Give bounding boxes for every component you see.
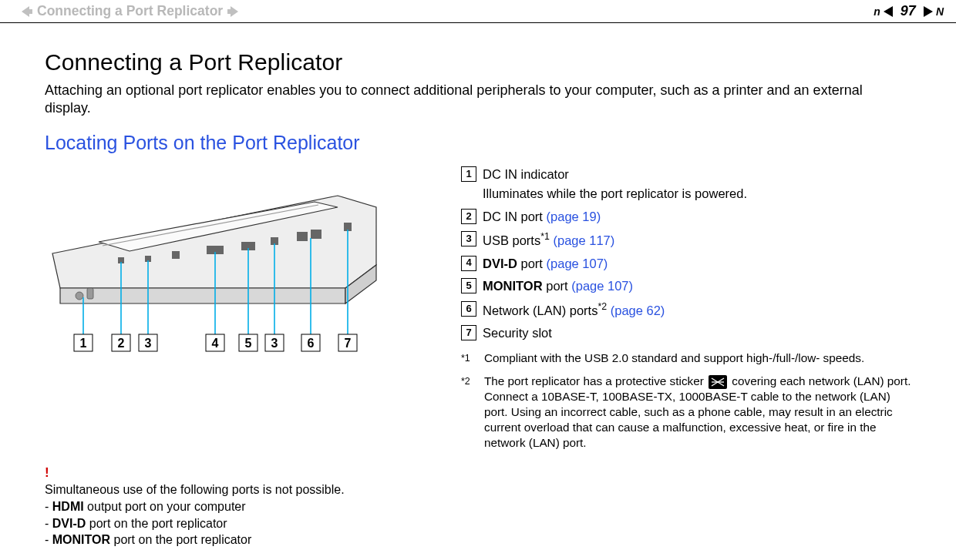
legend-sup-6: *2 (598, 301, 607, 312)
callout-2: 2 (118, 337, 125, 350)
legend-link-3[interactable]: (page 117) (550, 233, 614, 247)
legend-num-2: 2 (461, 209, 476, 224)
legend-item-5: 5 MONITOR port (page 107) (461, 277, 911, 297)
legend-text-5: port (543, 279, 572, 293)
callout-1: 1 (80, 337, 87, 350)
callout-8: 7 (345, 337, 352, 350)
legend-num-3: 3 (461, 231, 476, 246)
legend-list: 1 DC IN indicator Illuminates while the … (461, 165, 911, 451)
svg-rect-17 (297, 232, 308, 241)
callout-6: 3 (271, 337, 278, 350)
legend-item-4: 4 DVI-D port (page 107) (461, 254, 911, 274)
breadcrumb-text: Connecting a Port Replicator (37, 3, 223, 19)
legend-desc-1: Illuminates while the port replicator is… (483, 184, 747, 204)
notice-line-0: Simultaneous use of the following ports … (45, 481, 911, 498)
legend-item-3: 3 USB ports*1 (page 117) (461, 230, 911, 250)
svg-rect-13 (172, 251, 180, 259)
legend-item-7: 7 Security slot (461, 324, 911, 344)
legend-link-5[interactable]: (page 107) (571, 279, 633, 293)
callout-5: 5 (245, 337, 252, 350)
page-header: Connecting a Port Replicator n 97 N (0, 0, 956, 22)
footnote-2: *2 The port replicator has a protective … (461, 374, 911, 450)
legend-sup-3: *1 (540, 231, 550, 242)
page-title: Connecting a Port Replicator (45, 49, 911, 75)
svg-marker-2 (884, 6, 893, 17)
legend-text-3: USB ports (483, 233, 540, 247)
legend-text-4: port (517, 257, 547, 270)
legend-bold-4: DVI-D (483, 257, 517, 270)
page-nav: n 97 N (874, 3, 944, 19)
nav-next-icon[interactable] (919, 6, 933, 17)
footnote-1: *1 Compliant with the USB 2.0 standard a… (461, 350, 911, 366)
breadcrumb-arrow-icon (22, 6, 32, 17)
page-n-suffix: N (936, 5, 944, 18)
svg-marker-1 (227, 6, 238, 17)
callout-4: 4 (212, 337, 219, 350)
callout-7: 6 (308, 337, 315, 350)
legend-num-4: 4 (461, 256, 476, 271)
svg-marker-5 (60, 288, 345, 303)
footnote-text-2: The port replicator has a protective sti… (484, 374, 911, 450)
nav-prev-icon[interactable] (884, 6, 897, 17)
legend-item-2: 2 DC IN port (page 19) (461, 207, 911, 227)
legend-link-4[interactable]: (page 107) (547, 257, 608, 270)
callout-3: 3 (145, 337, 152, 350)
page-n-top: n (874, 5, 880, 18)
warning-notice: ! Simultaneous use of the following port… (45, 464, 911, 548)
port-replicator-figure: 1 2 3 4 5 3 6 7 (45, 165, 430, 357)
svg-rect-10 (87, 288, 93, 299)
legend-num-7: 7 (461, 325, 476, 340)
footnote-mark-1: *1 (461, 350, 475, 366)
legend-num-6: 6 (461, 301, 476, 317)
svg-marker-0 (22, 6, 32, 17)
page-content: Connecting a Port Replicator Attaching a… (0, 23, 956, 548)
svg-point-9 (76, 292, 83, 300)
legend-num-5: 5 (461, 278, 476, 293)
footnote-mark-2: *2 (461, 374, 475, 450)
legend-num-1: 1 (461, 166, 476, 182)
sticker-icon (709, 375, 727, 389)
legend-text-7: Security slot (483, 326, 552, 340)
legend-item-6: 6 Network (LAN) ports*2 (page 62) (461, 300, 911, 320)
legend-text-1: DC IN indicator (483, 167, 569, 181)
legend-link-2[interactable]: (page 19) (547, 210, 601, 223)
breadcrumb-area: Connecting a Port Replicator (22, 3, 238, 19)
breadcrumb-arrow-right-icon (227, 6, 238, 17)
legend-bold-5: MONITOR (483, 279, 543, 293)
figure-and-legend: 1 2 3 4 5 3 6 7 1 DC IN indicator Illumi… (45, 165, 911, 451)
legend-link-6[interactable]: (page 62) (607, 303, 665, 317)
svg-marker-3 (924, 6, 933, 17)
svg-rect-18 (311, 230, 321, 239)
legend-item-1: 1 DC IN indicator Illuminates while the … (461, 165, 911, 204)
notice-line-1: - HDMI output port on your computer (45, 498, 911, 515)
notice-line-3: - MONITOR port on the port replicator (45, 531, 911, 548)
footnote-text-1: Compliant with the USB 2.0 standard and … (484, 350, 864, 366)
intro-text: Attaching an optional port replicator en… (45, 82, 911, 118)
page-number: 97 (900, 3, 916, 19)
section-subtitle: Locating Ports on the Port Replicator (45, 132, 911, 154)
legend-text-6: Network (LAN) ports (483, 303, 598, 317)
legend-text-2: DC IN port (483, 210, 547, 223)
footnote-2-pre: The port replicator has a protective sti… (484, 374, 707, 387)
notice-line-2: - DVI-D port on the port replicator (45, 515, 911, 532)
warning-bang-icon: ! (45, 464, 911, 482)
